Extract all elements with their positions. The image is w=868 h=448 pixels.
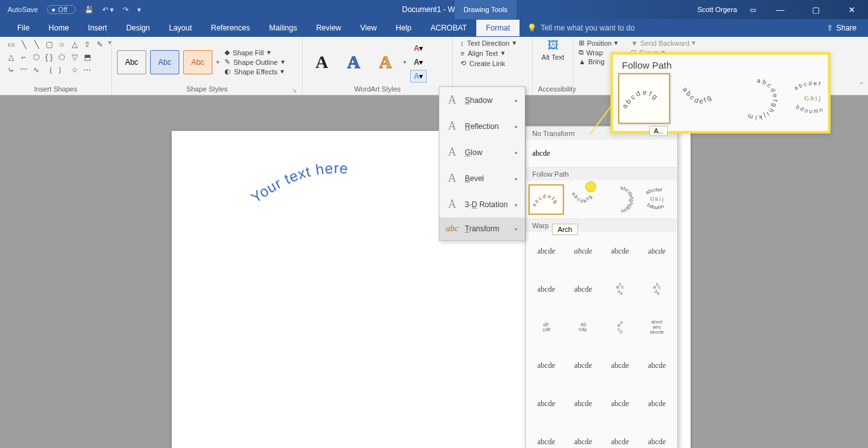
menu-transform[interactable]: abcTransform▸ — [439, 217, 525, 240]
thumb-no-transform[interactable]: abcde — [526, 140, 677, 167]
warp-thumb[interactable]: abcde — [602, 236, 638, 266]
warp-thumb[interactable]: abcde — [602, 388, 638, 419]
tab-references[interactable]: References — [202, 20, 259, 36]
group-label-wordart: WordArt Styles↘ — [308, 85, 447, 95]
group-wordart-styles: A A A ▾ A▾ A▾ A▾ WordArt Styles↘ — [303, 37, 453, 95]
warp-thumb[interactable]: abcde — [639, 350, 675, 381]
ribbon-display-icon[interactable]: ▭ — [750, 6, 756, 14]
warp-thumb[interactable]: abcde — [528, 350, 564, 381]
share-button[interactable]: ⇪ Share — [827, 24, 868, 32]
warp-thumb[interactable]: abcp — [602, 312, 638, 343]
tab-mailings[interactable]: Mailings — [259, 20, 307, 36]
autosave-toggle[interactable]: ● Off — [47, 5, 76, 14]
warp-thumb[interactable]: abcde — [528, 274, 564, 304]
text-direction-button[interactable]: ↕ Text Direction ▾ — [460, 39, 516, 47]
warp-thumb[interactable]: abcde — [528, 388, 564, 419]
close-button[interactable]: ✕ — [840, 5, 863, 15]
warp-thumb[interactable]: abcdabcabcde — [639, 312, 675, 343]
collapse-ribbon-icon[interactable]: ⌃ — [859, 81, 864, 88]
warp-thumb[interactable]: abcde — [528, 426, 564, 448]
qat-customize-icon[interactable]: ▾ — [137, 6, 141, 14]
send-backward-button[interactable]: ▼ Send Backward ▾ — [631, 39, 696, 47]
warp-thumb[interactable]: abcde — [602, 426, 638, 448]
menu-shadow[interactable]: AShadow▸ — [439, 87, 525, 113]
more-shape-styles-icon[interactable]: ▾ — [216, 58, 219, 65]
text-effects-button[interactable]: A▾ — [410, 70, 427, 83]
tab-help[interactable]: Help — [386, 20, 421, 36]
maximize-button[interactable]: ▢ — [804, 5, 827, 15]
tab-acrobat[interactable]: ACROBAT — [421, 20, 476, 36]
warp-thumb[interactable]: abcde — [565, 426, 601, 448]
redo-icon[interactable]: ↷ — [123, 6, 128, 14]
document-area — [0, 95, 868, 448]
menu-3d-rotation[interactable]: A3-D Rotation▸ — [439, 191, 525, 217]
tab-layout[interactable]: Layout — [160, 20, 202, 36]
group-insert-shapes: ▭╲╲▢○△⇧✎ △⌐⬡{ }⬠▽⬒ ⤿〰∿｛｝☆⋯ ▾ Insert Shap… — [0, 37, 112, 95]
shape-fill-button[interactable]: ◆ Shape Fill ▾ — [224, 48, 285, 57]
tab-insert[interactable]: Insert — [78, 20, 116, 36]
warp-thumb[interactable]: abcde — [565, 274, 601, 304]
thumb-button[interactable]: abcdefG h i jbdoumn — [639, 184, 675, 215]
group-accessibility: 🖼Alt Text Accessibility — [533, 37, 574, 95]
more-shapes-icon[interactable]: ▾ — [108, 39, 111, 46]
annotation-dot — [585, 181, 596, 193]
wordart-style-2[interactable]: A — [340, 50, 368, 75]
shape-effects-button[interactable]: ◐ Shape Effects ▾ — [224, 67, 285, 76]
callout-thumb-arch[interactable]: a b c d e f g — [618, 73, 670, 124]
more-wordart-icon[interactable]: ▾ — [403, 58, 406, 65]
shape-style-1[interactable]: Abc — [117, 50, 146, 74]
warp-thumb[interactable]: abcde — [527, 309, 566, 344]
wordart-style-3[interactable]: A — [371, 50, 399, 75]
warp-thumb[interactable]: abcde — [528, 236, 564, 266]
tab-view[interactable]: View — [351, 20, 387, 36]
thumb-circle[interactable]: abcdefghijklm — [602, 184, 638, 215]
undo-icon[interactable]: ↶ ▾ — [102, 6, 114, 14]
svg-text:a b c d e f g: a b c d e f g — [531, 193, 558, 208]
menu-bevel[interactable]: ABevel▸ — [439, 165, 525, 191]
minimize-button[interactable]: — — [769, 5, 792, 15]
menu-reflection[interactable]: AReflection▸ — [439, 113, 525, 139]
curved-text[interactable]: Your text here — [249, 159, 415, 210]
section-warp: Warp — [526, 219, 677, 232]
group-shape-styles: Abc Abc Abc ▾ ◆ Shape Fill ▾ ✎ Shape Out… — [112, 37, 303, 95]
shape-style-3[interactable]: Abc — [183, 50, 212, 74]
text-outline-button[interactable]: A▾ — [410, 56, 427, 69]
alt-text-button[interactable]: 🖼Alt Text — [541, 39, 566, 61]
warp-thumb[interactable]: abcde — [639, 274, 675, 304]
warp-thumb[interactable]: abcde — [639, 426, 675, 448]
warp-thumb[interactable]: abcde — [565, 236, 601, 266]
menu-glow[interactable]: AGlow▸ — [439, 139, 525, 165]
tab-review[interactable]: Review — [307, 20, 350, 36]
position-button[interactable]: ⊞ Position ▾ — [579, 39, 618, 47]
shapes-gallery[interactable]: ▭╲╲▢○△⇧✎ △⌐⬡{ }⬠▽⬒ ⤿〰∿｛｝☆⋯ — [5, 39, 106, 76]
warp-thumb[interactable]: abcde — [602, 274, 638, 304]
text-fill-button[interactable]: A▾ — [410, 42, 427, 55]
tab-home[interactable]: Home — [39, 20, 78, 36]
warp-thumb[interactable]: abcde — [602, 350, 638, 381]
user-name[interactable]: Scott Orgera — [698, 6, 737, 13]
callout-title: Follow Path — [613, 55, 828, 73]
warp-thumb[interactable]: abcde — [565, 388, 601, 419]
warp-row-3: abcde abcde abcp abcdabcabcde — [526, 308, 677, 346]
warp-thumb[interactable]: abcde — [637, 236, 677, 266]
create-link-button[interactable]: ⟲ Create Link — [460, 59, 516, 67]
wordart-style-1[interactable]: A — [308, 50, 336, 75]
dialog-launcher-icon[interactable]: ↘ — [292, 87, 297, 93]
tab-format[interactable]: Format — [476, 20, 520, 36]
thumb-arch[interactable]: a b c d e f g — [528, 184, 564, 215]
callout-thumb-circle[interactable]: a b c d e f g h i j k l m — [731, 73, 782, 124]
warp-thumb[interactable]: abcde — [565, 350, 601, 381]
warp-thumb[interactable]: abcde — [639, 388, 675, 419]
callout-thumb-arch-down[interactable]: a b c d e f g — [675, 73, 726, 124]
shape-style-2[interactable]: Abc — [150, 50, 179, 74]
ribbon-tabs: File Home Insert Design Layout Reference… — [0, 19, 868, 37]
save-icon[interactable]: 💾 — [85, 6, 93, 14]
tell-me-search[interactable]: 💡 Tell me what you want to do — [527, 24, 635, 32]
callout-thumb-button[interactable]: a b c d e fG h i jb d o u m n — [787, 73, 838, 124]
shape-outline-button[interactable]: ✎ Shape Outline ▾ — [224, 58, 285, 66]
svg-text:b d o u m n: b d o u m n — [795, 104, 823, 114]
tab-file[interactable]: File — [8, 20, 39, 36]
align-text-button[interactable]: ≡ Align Text ▾ — [460, 49, 516, 57]
warp-thumb[interactable]: abcde — [563, 309, 603, 344]
tab-design[interactable]: Design — [116, 20, 159, 36]
